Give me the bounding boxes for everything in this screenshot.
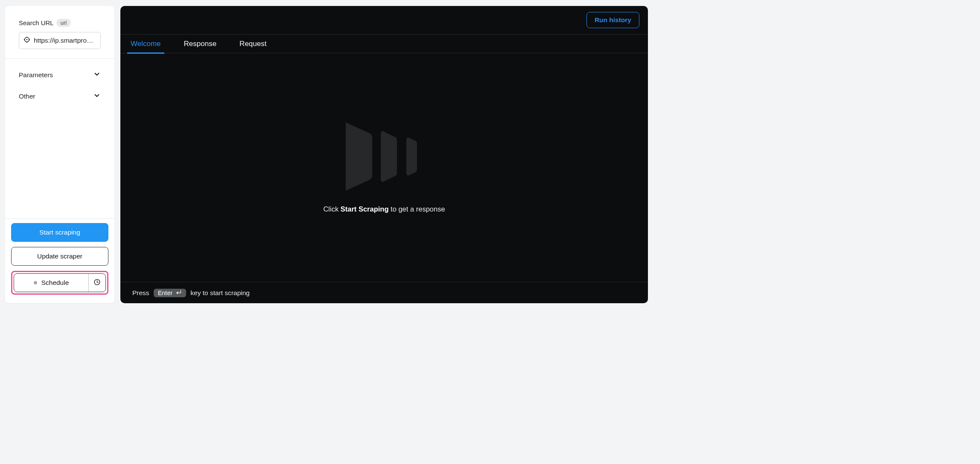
schedule-highlight: Schedule <box>11 271 108 295</box>
schedule-clock-button[interactable] <box>88 274 105 292</box>
start-scraping-button[interactable]: Start scraping <box>11 223 108 242</box>
accordion-section: Parameters Other <box>5 59 114 218</box>
svg-point-1 <box>26 39 28 41</box>
cta-strong: Start Scraping <box>341 205 389 213</box>
target-icon <box>23 36 30 45</box>
url-badge: url <box>56 19 71 27</box>
accordion-parameters-label: Parameters <box>19 71 53 79</box>
url-section: Search URL url <box>5 6 114 58</box>
url-input[interactable] <box>34 37 96 44</box>
sidebar: Search URL url <box>5 6 114 303</box>
welcome-cta-text: Click Start Scraping to get a response <box>323 205 445 213</box>
tab-response[interactable]: Response <box>182 35 219 53</box>
enter-key-badge: Enter <box>154 289 187 297</box>
welcome-body: Click Start Scraping to get a response <box>120 53 648 282</box>
schedule-button-main[interactable]: Schedule <box>14 274 88 292</box>
enter-key-label: Enter <box>158 290 173 296</box>
main-header: Run history <box>120 6 648 35</box>
accordion-parameters[interactable]: Parameters <box>19 65 101 85</box>
url-input-wrap[interactable] <box>19 32 101 49</box>
sidebar-actions: Start scraping Update scraper Schedule <box>5 218 114 303</box>
run-history-button[interactable]: Run history <box>586 12 639 28</box>
schedule-button-label: Schedule <box>41 279 69 287</box>
url-label: Search URL <box>19 19 54 26</box>
cta-suffix: to get a response <box>389 205 445 213</box>
status-dot-icon <box>34 281 37 284</box>
chevron-down-icon <box>93 70 101 80</box>
main-footer: Press Enter key to start scraping <box>120 282 648 303</box>
chevron-down-icon <box>93 92 101 101</box>
enter-key-icon <box>175 290 182 296</box>
tabs: Welcome Response Request <box>120 35 648 53</box>
update-scraper-button[interactable]: Update scraper <box>11 247 108 266</box>
clock-icon <box>93 278 101 287</box>
main-panel: Run history Welcome Response Request Cli… <box>120 6 648 303</box>
footer-rest: key to start scraping <box>190 289 250 297</box>
footer-press: Press <box>132 289 149 297</box>
accordion-other[interactable]: Other <box>19 86 101 107</box>
tab-welcome[interactable]: Welcome <box>129 35 163 53</box>
accordion-other-label: Other <box>19 93 35 100</box>
schedule-button[interactable]: Schedule <box>14 273 106 292</box>
cta-prefix: Click <box>323 205 340 213</box>
logo-icon <box>346 122 423 191</box>
url-label-row: Search URL url <box>19 19 101 27</box>
tab-request[interactable]: Request <box>238 35 268 53</box>
